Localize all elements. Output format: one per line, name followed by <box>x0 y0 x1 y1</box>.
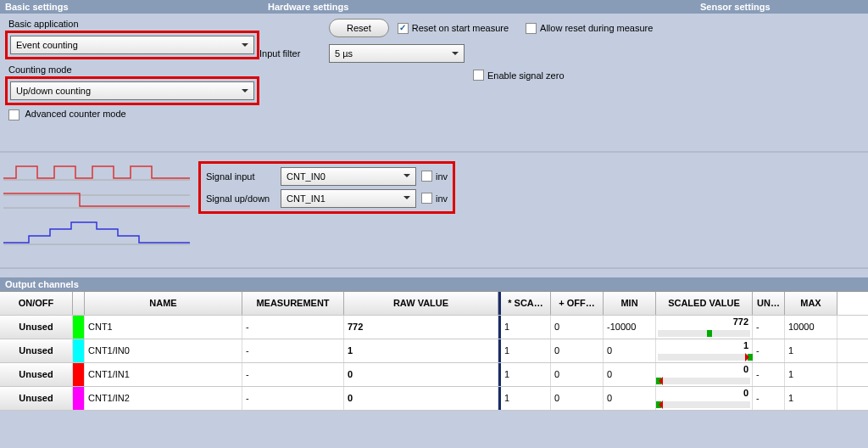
basic-settings-panel: Basic application Event counting Countin… <box>5 19 259 120</box>
advanced-counter-label: Advanced counter mode <box>25 109 125 119</box>
input-filter-dropdown[interactable]: 5 µs <box>329 44 465 63</box>
chevron-down-icon <box>448 47 462 60</box>
cell-name[interactable]: CNT1/IN0 <box>85 339 242 362</box>
section-hardware-title: Hardware settings <box>268 2 700 12</box>
signal-updown-inv-checkbox[interactable] <box>421 193 432 204</box>
table-row[interactable]: UnusedCNT1/IN0-11001-1 <box>0 339 868 363</box>
chevron-down-icon <box>400 170 414 183</box>
highlight-signal-selectors: Signal input CNT_IN0 inv Signal up/down … <box>198 161 455 214</box>
counting-mode-value: Up/down counting <box>16 86 91 96</box>
col-offset[interactable]: + OFF… <box>551 292 604 315</box>
cell-unit[interactable]: - <box>753 363 785 386</box>
signal-input-value: CNT_IN0 <box>287 171 326 182</box>
cell-offset[interactable]: 0 <box>551 363 604 386</box>
reset-on-start-label: Reset on start measure <box>412 23 509 33</box>
cell-offset[interactable]: 0 <box>551 316 604 339</box>
highlight-basic-application: Event counting <box>5 31 259 59</box>
chevron-down-icon <box>238 84 252 98</box>
cell-scale[interactable]: 1 <box>498 363 551 386</box>
signal-panel: Signal input CNT_IN0 inv Signal up/down … <box>0 151 868 269</box>
counting-mode-dropdown[interactable]: Up/down counting <box>10 81 254 100</box>
cell-color[interactable] <box>73 339 85 362</box>
section-output-title: Output channels <box>0 277 868 291</box>
cell-scaled-value: 1 <box>656 339 753 362</box>
cell-scale[interactable]: 1 <box>498 339 551 362</box>
section-basic-title: Basic settings <box>5 2 268 12</box>
signal-updown-value: CNT_IN1 <box>287 193 326 204</box>
inv-label-2: inv <box>436 193 448 204</box>
reset-on-start-checkbox[interactable] <box>398 23 409 34</box>
basic-application-dropdown[interactable]: Event counting <box>10 36 254 54</box>
cell-offset[interactable]: 0 <box>551 387 604 410</box>
cell-onoff[interactable]: Unused <box>0 316 73 339</box>
cell-raw[interactable]: 0 <box>344 363 498 386</box>
chevron-down-icon <box>238 38 252 52</box>
cell-max[interactable]: 10000 <box>785 316 837 339</box>
signal-input-inv-checkbox[interactable] <box>421 171 432 182</box>
cell-name[interactable]: CNT1/IN1 <box>85 363 242 386</box>
section-sensor-title: Sensor settings <box>700 2 868 12</box>
cell-onoff[interactable]: Unused <box>0 363 73 386</box>
cell-offset[interactable]: 0 <box>551 339 604 362</box>
cell-measurement[interactable]: - <box>242 316 344 339</box>
cell-color[interactable] <box>73 363 85 386</box>
section-header-row: Basic settings Hardware settings Sensor … <box>0 0 868 14</box>
cell-raw[interactable]: 772 <box>344 316 498 339</box>
cell-max[interactable]: 1 <box>785 363 837 386</box>
basic-application-label: Basic application <box>5 19 259 29</box>
col-onoff[interactable]: ON/OFF <box>0 292 73 315</box>
cell-scale[interactable]: 1 <box>498 316 551 339</box>
enable-signal-zero-checkbox[interactable] <box>473 70 484 81</box>
col-unit[interactable]: UN… <box>753 292 785 315</box>
enable-signal-zero-label: Enable signal zero <box>487 70 565 81</box>
cell-max[interactable]: 1 <box>785 339 837 362</box>
table-row[interactable]: UnusedCNT1/IN1-01000-1 <box>0 363 868 387</box>
cell-measurement[interactable]: - <box>242 339 344 362</box>
hardware-settings-panel: Reset Reset on start measure Allow reset… <box>259 19 853 120</box>
cell-raw[interactable]: 1 <box>344 339 498 362</box>
cell-min[interactable]: 0 <box>604 339 656 362</box>
allow-reset-checkbox[interactable] <box>526 23 537 34</box>
cell-raw[interactable]: 0 <box>344 387 498 410</box>
cell-unit[interactable]: - <box>753 387 785 410</box>
cell-scale[interactable]: 1 <box>498 387 551 410</box>
cell-measurement[interactable]: - <box>242 387 344 410</box>
col-color[interactable] <box>73 292 85 315</box>
reset-button[interactable]: Reset <box>329 19 389 37</box>
col-measurement[interactable]: MEASUREMENT <box>242 292 344 315</box>
cell-measurement[interactable]: - <box>242 363 344 386</box>
table-row[interactable]: UnusedCNT1/IN2-01000-1 <box>0 387 868 411</box>
cell-name[interactable]: CNT1/IN2 <box>85 387 242 410</box>
signal-updown-dropdown[interactable]: CNT_IN1 <box>281 189 416 208</box>
table-row[interactable]: UnusedCNT1-77210-10000772-10000 <box>0 316 868 339</box>
cell-max[interactable]: 1 <box>785 387 837 410</box>
chevron-down-icon <box>400 192 414 205</box>
col-raw[interactable]: RAW VALUE <box>344 292 498 315</box>
counting-mode-label: Counting mode <box>5 64 259 75</box>
waveform-icon <box>3 161 190 259</box>
input-filter-value: 5 µs <box>335 48 353 59</box>
output-table: ON/OFF NAME MEASUREMENT RAW VALUE * SCA…… <box>0 291 868 411</box>
cell-color[interactable] <box>73 316 85 339</box>
cell-min[interactable]: 0 <box>604 363 656 386</box>
signal-updown-label: Signal up/down <box>206 193 281 204</box>
advanced-counter-checkbox[interactable] <box>8 109 19 120</box>
input-filter-label: Input filter <box>259 48 320 59</box>
cell-onoff[interactable]: Unused <box>0 387 73 410</box>
col-scaled-value[interactable]: SCALED VALUE <box>656 292 753 315</box>
col-name[interactable]: NAME <box>85 292 242 315</box>
basic-application-value: Event counting <box>16 40 78 50</box>
cell-min[interactable]: 0 <box>604 387 656 410</box>
col-scale[interactable]: * SCA… <box>498 292 551 315</box>
cell-name[interactable]: CNT1 <box>85 316 242 339</box>
cell-min[interactable]: -10000 <box>604 316 656 339</box>
cell-color[interactable] <box>73 387 85 410</box>
cell-unit[interactable]: - <box>753 339 785 362</box>
cell-scaled-value: 772 <box>656 316 753 339</box>
cell-onoff[interactable]: Unused <box>0 339 73 362</box>
signal-input-dropdown[interactable]: CNT_IN0 <box>281 167 416 186</box>
col-min[interactable]: MIN <box>604 292 656 315</box>
col-max[interactable]: MAX <box>785 292 837 315</box>
cell-unit[interactable]: - <box>753 316 785 339</box>
inv-label: inv <box>436 171 448 182</box>
